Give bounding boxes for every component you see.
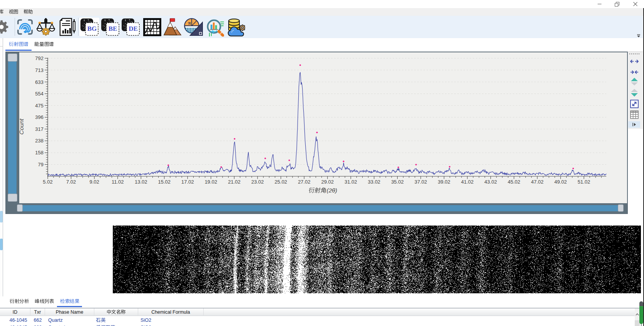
data-grid-icon [630, 110, 639, 119]
table-row-partial[interactable]: 46-1045 662 Quartz low SiO2 [0, 324, 635, 326]
x-axis-title: (2θ) [308, 187, 337, 194]
column-header-txr[interactable]: Txr [30, 308, 45, 316]
menu-item-label [0, 9, 4, 15]
tab-energy-spectrum[interactable] [34, 41, 54, 47]
active-tab-underline [5, 50, 32, 51]
chart-side-toolbar [628, 52, 643, 129]
be-icon: BE [100, 18, 120, 36]
menu-item-help[interactable] [21, 8, 35, 16]
tab-diffraction-pattern[interactable] [9, 41, 28, 47]
de-icon: DE [121, 18, 140, 36]
svg-text:317: 317 [35, 126, 43, 132]
tab-search-results[interactable] [60, 299, 79, 304]
horizontal-zoom-range[interactable] [19, 205, 623, 211]
restore-button[interactable] [611, 0, 623, 8]
fullscreen-icon [630, 100, 639, 108]
column-header-cn-name[interactable] [94, 308, 138, 316]
toolbar-overflow-button[interactable] [637, 32, 641, 37]
horizontal-zoom-gutter [6, 203, 627, 213]
svg-text:11.02: 11.02 [112, 179, 124, 185]
analysis-tab-bar [0, 296, 644, 308]
quant-analysis-button[interactable]: π [184, 18, 203, 36]
column-label: ID [13, 309, 17, 315]
svg-text:39.02: 39.02 [438, 179, 450, 185]
menu-item-library[interactable] [0, 8, 4, 16]
table-row[interactable]: 46-1045 662 Quartz SiO2 [0, 316, 635, 324]
horizontal-zoom-handle-right[interactable] [618, 204, 624, 212]
background-bg-button[interactable]: BG [79, 18, 99, 36]
close-button[interactable] [629, 0, 641, 8]
bg-label: BG [87, 25, 97, 32]
vertical-zoom-range[interactable] [8, 56, 17, 200]
collapse-side-panel-button[interactable] [628, 121, 640, 128]
svg-text:554: 554 [35, 91, 43, 97]
tab-label [10, 299, 29, 304]
shift-down-button[interactable] [629, 89, 639, 97]
svg-text:21.02: 21.02 [228, 179, 241, 185]
column-header-id[interactable]: ID [0, 308, 30, 316]
collapsed-left-panel[interactable] [0, 38, 3, 298]
svg-text:41.02: 41.02 [461, 179, 474, 185]
database-cloud-button[interactable] [225, 18, 245, 36]
scroll-thumb-tail [641, 324, 642, 326]
cell-txr: 662 [33, 318, 42, 323]
database-cloud-icon [226, 18, 245, 37]
svg-text:15.02: 15.02 [158, 179, 171, 185]
vertical-zoom-handle-bottom[interactable] [8, 194, 17, 202]
horizontal-zoom-handle-left[interactable] [17, 204, 23, 212]
fingerprint-search-button[interactable] [16, 18, 34, 36]
scroll-thumb-cap [639, 301, 643, 306]
analysis-report-button[interactable] [57, 18, 77, 36]
collapse-horizontal-button[interactable] [629, 68, 639, 76]
gear-icon [0, 18, 10, 36]
search-results-table: ID Txr Phase Name Chemical Formula 46-10… [0, 308, 643, 326]
data-grid-button[interactable] [629, 110, 639, 119]
column-label: Phase Name [56, 309, 84, 315]
svg-text:238: 238 [35, 138, 43, 144]
svg-text:29.02: 29.02 [321, 179, 334, 185]
expand-horizontal-button[interactable] [629, 57, 639, 65]
shift-up-button[interactable] [629, 77, 639, 86]
magnifier-chart-icon [205, 18, 224, 37]
bg-icon: BG [80, 18, 99, 36]
tab-peak-list[interactable] [35, 299, 54, 304]
collapse-panel-icon [632, 123, 636, 126]
tab-label [9, 41, 28, 47]
svg-text:45.02: 45.02 [508, 179, 520, 185]
diffraction-chart-panel: 791582383173964755546337137925.027.029.0… [5, 52, 628, 214]
tab-diffraction-analysis[interactable] [10, 299, 29, 304]
settings-gear-button[interactable] [0, 18, 10, 36]
peak-search-button[interactable] [163, 18, 182, 36]
column-header-phase-name[interactable]: Phase Name [45, 308, 94, 316]
cell-formula: SiO2 [141, 318, 151, 323]
table-header-row: ID Txr Phase Name Chemical Formula [0, 308, 635, 316]
svg-text:792: 792 [35, 55, 43, 61]
fingerprint-icon [16, 18, 34, 36]
column-header-chemical-formula[interactable]: Chemical Formula [138, 308, 204, 316]
pattern-grid-button[interactable] [142, 18, 162, 36]
toolbar-separator [15, 18, 15, 36]
report-document-icon [57, 18, 77, 36]
balance-scale-icon [37, 18, 55, 36]
close-icon [633, 2, 637, 6]
plot-area[interactable]: 791582383173964755546337137925.027.029.0… [19, 52, 627, 203]
detector-band-image [113, 226, 641, 293]
fullscreen-button[interactable] [629, 100, 639, 108]
tab-label [35, 299, 54, 304]
de-label: DE [129, 25, 138, 32]
svg-text:51.02: 51.02 [578, 179, 590, 185]
search-match-button[interactable] [204, 18, 224, 36]
background-de-button[interactable]: DE [120, 18, 141, 36]
vertical-zoom-handle-top[interactable] [8, 53, 17, 62]
menu-item-view[interactable] [6, 8, 21, 16]
spectrum-tab-bar [0, 38, 644, 52]
window-scroll-thumb[interactable] [639, 301, 643, 324]
wave-grid-icon [143, 18, 161, 36]
vertical-zoom-gutter [6, 52, 19, 213]
minimize-icon [597, 2, 602, 6]
minimize-button[interactable] [594, 0, 605, 8]
balance-calibration-button[interactable] [36, 18, 55, 36]
background-be-button[interactable]: BE [100, 18, 120, 36]
title-bar[interactable] [0, 0, 644, 8]
cell-phase-name: Quartz [48, 318, 63, 323]
